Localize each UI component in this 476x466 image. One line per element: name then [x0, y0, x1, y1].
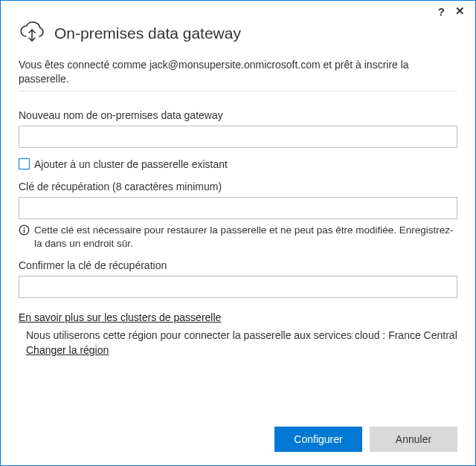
- recovery-label: Clé de récupération (8 caractères minimu…: [19, 181, 457, 192]
- gateway-registration-window: ? ✕ On-premises data gateway Vous êtes c…: [0, 0, 476, 466]
- recovery-info-row: Cette clé est nécessaire pour restaurer …: [19, 224, 457, 250]
- svg-point-2: [24, 227, 25, 228]
- cloud-gateway-icon: [19, 19, 45, 48]
- gateway-name-input[interactable]: [19, 126, 457, 148]
- cancel-button[interactable]: Annuler: [370, 427, 457, 452]
- cluster-checkbox-row[interactable]: Ajouter à un cluster de passerelle exist…: [19, 158, 457, 170]
- info-icon: [19, 224, 30, 238]
- configure-button[interactable]: Configurer: [274, 427, 362, 452]
- confirm-recovery-key-input[interactable]: [19, 276, 457, 298]
- confirm-field-group: Confirmer la clé de récupération: [19, 259, 457, 298]
- recovery-key-input[interactable]: [19, 197, 457, 219]
- learn-more-link[interactable]: En savoir plus sur les clusters de passe…: [19, 311, 221, 323]
- svg-rect-3: [24, 229, 25, 233]
- header: On-premises data gateway: [19, 19, 457, 48]
- links-block: En savoir plus sur les clusters de passe…: [19, 311, 457, 356]
- region-text: Nous utiliserons cette région pour conne…: [19, 329, 457, 341]
- intro-text: Vous êtes connecté comme jack@monsupersi…: [19, 58, 457, 91]
- footer: Configurer Annuler: [1, 413, 475, 465]
- help-button[interactable]: ?: [438, 5, 445, 18]
- change-region-link[interactable]: Changer la région: [26, 344, 109, 356]
- recovery-field-group: Clé de récupération (8 caractères minimu…: [19, 181, 457, 219]
- cluster-checkbox-label: Ajouter à un cluster de passerelle exist…: [34, 158, 228, 170]
- name-field-group: Nouveau nom de on-premises data gateway: [19, 109, 457, 148]
- recovery-info-text: Cette clé est nécessaire pour restaurer …: [34, 224, 457, 250]
- cluster-checkbox[interactable]: [19, 158, 30, 169]
- form: Nouveau nom de on-premises data gateway …: [19, 109, 457, 356]
- page-title: On-premises data gateway: [54, 25, 241, 42]
- confirm-label: Confirmer la clé de récupération: [19, 259, 457, 271]
- content-area: On-premises data gateway Vous êtes conne…: [1, 22, 475, 413]
- close-button[interactable]: ✕: [455, 4, 465, 18]
- name-label: Nouveau nom de on-premises data gateway: [19, 109, 457, 121]
